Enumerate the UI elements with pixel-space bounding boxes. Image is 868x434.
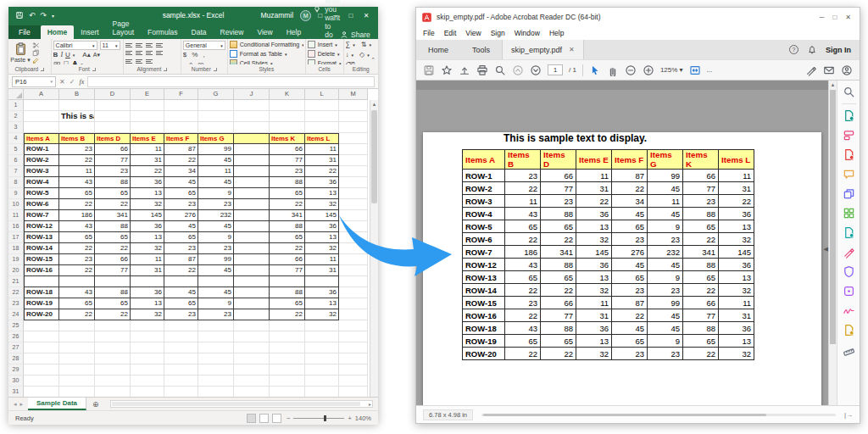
cell-E5[interactable]: 11 — [131, 144, 164, 155]
expand-panel-icon[interactable]: |→ — [844, 411, 853, 419]
cell-F7[interactable]: 34 — [164, 166, 198, 177]
cell-G3[interactable] — [198, 122, 234, 133]
cell-B26[interactable] — [59, 331, 95, 342]
ribbon-tab-view[interactable]: View — [250, 25, 279, 39]
cell-A27[interactable] — [24, 342, 59, 353]
dialog-launcher-icon[interactable] — [164, 68, 167, 71]
cell-E19[interactable]: 11 — [131, 254, 164, 265]
cell-B18[interactable]: 22 — [59, 243, 95, 254]
row-header-29[interactable]: 29 — [8, 364, 24, 376]
row-header-2[interactable]: 2 — [8, 111, 24, 122]
orientation-icon[interactable] — [156, 43, 164, 47]
column-header-E[interactable]: E — [131, 89, 164, 100]
cell-L21[interactable] — [305, 276, 339, 287]
cell-B4[interactable]: Items B — [59, 133, 95, 144]
cell-E1[interactable] — [131, 100, 164, 111]
save-icon[interactable] — [15, 11, 24, 19]
cell-D21[interactable] — [95, 276, 131, 287]
align-center-icon[interactable] — [136, 51, 143, 55]
format-as-table-button[interactable]: Format as Table▾ — [230, 50, 303, 58]
cell-J2[interactable] — [234, 111, 270, 122]
row-header-18[interactable]: 18 — [8, 243, 24, 254]
row-header-11[interactable]: 11 — [8, 210, 24, 221]
cell-F25[interactable] — [164, 320, 198, 331]
row-header-10[interactable]: 10 — [8, 199, 24, 210]
cell-A20[interactable]: ROW-16 — [24, 265, 59, 276]
pdf-vertical-scrollbar[interactable]: ▲ — [828, 81, 837, 405]
cell-B5[interactable]: 23 — [59, 144, 95, 155]
cell-E24[interactable]: 32 — [131, 309, 164, 320]
cell-A3[interactable] — [24, 122, 59, 133]
cell-F20[interactable]: 22 — [164, 265, 198, 276]
cell-D2[interactable] — [95, 111, 131, 122]
cell-L3[interactable] — [305, 122, 339, 133]
cell-J23[interactable] — [234, 298, 270, 309]
row-header-31[interactable]: 31 — [8, 387, 24, 397]
row-header-3[interactable]: 3 — [8, 122, 24, 133]
scrollbar-thumb[interactable] — [830, 90, 836, 344]
cell-J22[interactable] — [234, 287, 270, 298]
cell-D16[interactable]: 88 — [95, 221, 131, 232]
cell-K22[interactable]: 88 — [270, 287, 305, 298]
cell-E31[interactable] — [131, 387, 164, 397]
ribbon-display-options-icon[interactable]: □ — [318, 12, 322, 19]
cell-B6[interactable]: 22 — [59, 155, 95, 166]
ribbon-tab-formulas[interactable]: Formulas — [141, 25, 184, 39]
cell-E22[interactable]: 36 — [131, 287, 164, 298]
cell-E28[interactable] — [131, 353, 164, 364]
cell-L28[interactable] — [305, 353, 339, 364]
cell-A18[interactable]: ROW-14 — [24, 243, 59, 254]
cell-B22[interactable]: 43 — [59, 287, 95, 298]
row-header-20[interactable]: 20 — [8, 265, 24, 276]
cell-K8[interactable]: 88 — [270, 177, 305, 188]
menu-window[interactable]: Window — [515, 29, 540, 37]
cell-M7[interactable] — [339, 166, 368, 177]
cell-A1[interactable] — [24, 100, 59, 111]
cell-L1[interactable] — [305, 100, 339, 111]
italic-button[interactable]: I — [60, 51, 63, 59]
cell-D1[interactable] — [95, 100, 131, 111]
next-sheet-icon[interactable]: ▸ — [20, 401, 24, 408]
tool-fill-sign[interactable] — [841, 244, 857, 260]
cell-D25[interactable] — [95, 320, 131, 331]
cell-E6[interactable]: 31 — [131, 155, 164, 166]
cell-M19[interactable] — [339, 254, 368, 265]
cell-G19[interactable]: 99 — [198, 254, 234, 265]
cell-L9[interactable]: 13 — [305, 188, 339, 199]
maximize-button[interactable]: □ — [832, 14, 837, 21]
cell-J9[interactable] — [234, 188, 270, 199]
cell-D3[interactable] — [95, 122, 131, 133]
cell-M26[interactable] — [339, 331, 368, 342]
pen-button[interactable] — [805, 64, 817, 76]
cell-J28[interactable] — [234, 353, 270, 364]
wrap-text-icon[interactable] — [156, 51, 164, 55]
cell-L26[interactable] — [305, 331, 339, 342]
ribbon-tab-review[interactable]: Review — [214, 25, 251, 39]
cell-K6[interactable]: 77 — [270, 155, 305, 166]
user-avatar[interactable]: M — [300, 10, 311, 21]
cell-B27[interactable] — [59, 342, 95, 353]
collapse-panel-icon[interactable]: ◀ — [824, 246, 828, 253]
merge-center-icon[interactable] — [146, 59, 153, 64]
cell-L18[interactable]: 32 — [305, 243, 339, 254]
cell-B24[interactable]: 22 — [59, 309, 95, 320]
row-header-30[interactable]: 30 — [8, 376, 24, 387]
cell-G17[interactable]: 9 — [198, 232, 234, 243]
help-icon[interactable]: ? — [789, 45, 798, 54]
cell-L5[interactable]: 11 — [305, 144, 339, 155]
cell-K25[interactable] — [270, 320, 305, 331]
cell-J11[interactable] — [234, 210, 270, 221]
cell-A28[interactable] — [24, 353, 59, 364]
circledown-button[interactable] — [530, 64, 542, 76]
cell-A17[interactable]: ROW-13 — [24, 232, 59, 243]
tool-edit-pdf[interactable] — [841, 127, 857, 143]
row-header-7[interactable]: 7 — [8, 166, 24, 177]
cell-M6[interactable] — [339, 155, 368, 166]
cell-D19[interactable]: 66 — [95, 254, 131, 265]
cell-L6[interactable]: 31 — [305, 155, 339, 166]
delete-cells-button[interactable]: Delete▾ — [308, 50, 342, 58]
copy-icon[interactable] — [32, 49, 40, 57]
cell-K19[interactable]: 66 — [270, 254, 305, 265]
cell-J17[interactable] — [234, 232, 270, 243]
cell-A25[interactable] — [24, 320, 59, 331]
